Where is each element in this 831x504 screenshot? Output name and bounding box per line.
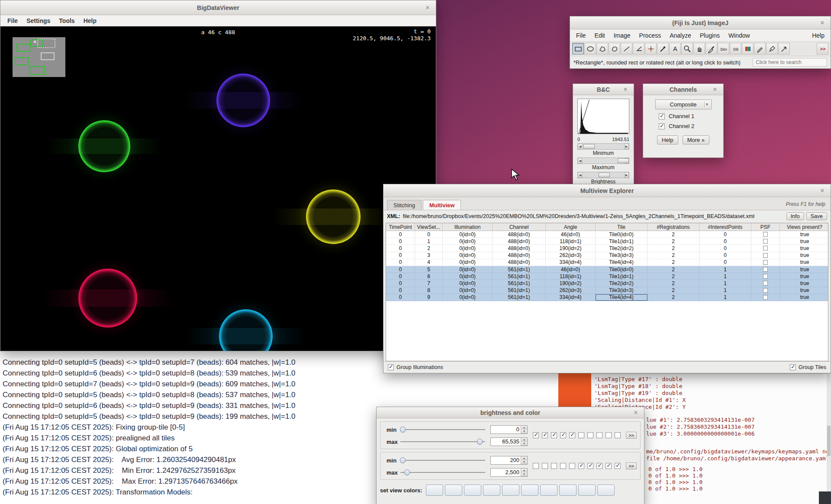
bdv-menu-settings[interactable]: Settings bbox=[22, 16, 55, 25]
brightness-titlebar[interactable]: brightness and color × bbox=[377, 407, 644, 418]
table-row[interactable]: 020(id=0)488(id=0)190(id=2)Tile2(id=2)20… bbox=[386, 245, 828, 252]
search-input[interactable] bbox=[753, 58, 827, 67]
view-checkbox-3[interactable] bbox=[560, 463, 566, 469]
spinner-down-icon[interactable]: ▼ bbox=[521, 460, 527, 464]
more-button[interactable]: More » bbox=[683, 135, 709, 144]
help-button[interactable]: Help bbox=[657, 135, 678, 144]
spinner-down-icon[interactable]: ▼ bbox=[521, 472, 527, 476]
oval-tool-icon[interactable] bbox=[584, 43, 596, 55]
view-checkbox-7[interactable] bbox=[596, 463, 602, 469]
psf-checkbox[interactable] bbox=[763, 295, 768, 300]
view-checkbox-2[interactable] bbox=[551, 432, 557, 438]
spinner-down-icon[interactable]: ▼ bbox=[521, 442, 527, 446]
arrow-right-icon[interactable]: ▶ bbox=[624, 144, 629, 149]
psf-checkbox[interactable] bbox=[763, 260, 768, 265]
table-row[interactable]: 030(id=0)488(id=0)262(id=3)Tile3(id=3)20… bbox=[386, 252, 828, 259]
view-color-button-7[interactable] bbox=[559, 485, 577, 496]
view-checkbox-1[interactable] bbox=[542, 432, 548, 438]
close-icon[interactable]: × bbox=[818, 19, 827, 27]
column-header-psf[interactable]: PSF bbox=[751, 223, 780, 231]
view-checkbox-7[interactable] bbox=[596, 432, 602, 438]
min-spinner[interactable]: 200▲▼ bbox=[490, 456, 528, 465]
slider-thumb[interactable] bbox=[404, 469, 410, 475]
column-header-angle[interactable]: Angle bbox=[546, 223, 596, 231]
column-header-channel[interactable]: Channel bbox=[493, 223, 546, 231]
line-tool-icon[interactable] bbox=[621, 43, 632, 55]
column-header-viewspresent[interactable]: Views present? bbox=[780, 223, 828, 231]
lut-tool-icon[interactable] bbox=[742, 43, 754, 55]
view-checkbox-9[interactable] bbox=[615, 432, 621, 438]
spinner-arrows[interactable]: ▲▼ bbox=[521, 426, 527, 433]
psf-checkbox[interactable] bbox=[763, 232, 768, 237]
max-slider[interactable] bbox=[400, 438, 485, 445]
spinner-up-icon[interactable]: ▲ bbox=[521, 469, 527, 472]
polygon-tool-icon[interactable] bbox=[596, 43, 608, 55]
channel-2-checkbox[interactable] bbox=[659, 123, 665, 129]
mv-titlebar[interactable]: Multiview Explorer × bbox=[383, 184, 831, 197]
menu-edit[interactable]: Edit bbox=[590, 31, 609, 40]
menu-window[interactable]: Window bbox=[724, 31, 754, 40]
column-header-interestpoints[interactable]: #InterestPoints bbox=[699, 223, 751, 231]
view-checkbox-4[interactable] bbox=[569, 463, 575, 469]
wand-tool-icon[interactable] bbox=[657, 43, 669, 55]
arrow-right-icon[interactable]: ▶ bbox=[624, 172, 629, 178]
column-header-timepoint[interactable]: TimePoint bbox=[386, 223, 415, 231]
tab-multiview[interactable]: Multiview bbox=[423, 200, 461, 210]
psf-checkbox[interactable] bbox=[763, 246, 768, 250]
column-header-viewset[interactable]: ViewSet... bbox=[415, 223, 443, 231]
psf-checkbox[interactable] bbox=[763, 281, 768, 286]
bc-titlebar[interactable]: B&C × bbox=[573, 84, 634, 95]
arrow-left-icon[interactable]: ◀ bbox=[578, 144, 583, 149]
view-checkbox-3[interactable] bbox=[560, 432, 566, 438]
view-checkbox-0[interactable] bbox=[533, 463, 539, 469]
close-icon[interactable]: × bbox=[621, 85, 630, 94]
save-button[interactable]: Save bbox=[806, 212, 828, 220]
bdv-menu-file[interactable]: File bbox=[3, 16, 22, 25]
slider-thumb[interactable] bbox=[400, 457, 406, 463]
angle-tool-icon[interactable] bbox=[633, 43, 644, 55]
psf-checkbox[interactable] bbox=[763, 253, 768, 258]
slider-thumb[interactable] bbox=[400, 427, 406, 433]
view-checkbox-8[interactable] bbox=[606, 432, 612, 438]
close-icon[interactable]: × bbox=[818, 186, 827, 195]
arrow-left-icon[interactable]: ◀ bbox=[578, 172, 583, 178]
view-color-button-3[interactable] bbox=[483, 485, 500, 496]
max-spinner[interactable]: 2,500▲▼ bbox=[490, 468, 528, 477]
freehand-tool-icon[interactable] bbox=[609, 43, 620, 55]
view-color-button-4[interactable] bbox=[502, 485, 519, 496]
spinner-down-icon[interactable]: ▼ bbox=[521, 430, 527, 433]
advanced-button[interactable]: >> bbox=[626, 462, 637, 469]
table-row[interactable]: 090(id=0)561(id=1)334(id=4)Tile4(id=4)21… bbox=[386, 294, 828, 301]
view-color-button-0[interactable] bbox=[426, 485, 443, 496]
column-header-tile[interactable]: Tile bbox=[596, 223, 647, 231]
psf-checkbox[interactable] bbox=[763, 239, 768, 244]
table-row[interactable]: 070(id=0)561(id=1)190(id=2)Tile2(id=2)21… bbox=[386, 280, 828, 287]
max-spinner[interactable]: 65,535▲▼ bbox=[490, 437, 528, 446]
view-color-button-6[interactable] bbox=[540, 485, 557, 496]
more-tool-icon[interactable]: >> bbox=[817, 43, 828, 55]
point-tool-icon[interactable] bbox=[645, 43, 657, 55]
view-checkbox-6[interactable] bbox=[587, 432, 593, 438]
text-tool-icon[interactable]: A bbox=[669, 43, 681, 55]
menu-process[interactable]: Process bbox=[635, 31, 666, 40]
dev-tool-icon[interactable]: Dev bbox=[718, 43, 729, 55]
view-checkbox-0[interactable] bbox=[533, 432, 539, 438]
bdv-titlebar[interactable]: BigDataViewer × bbox=[0, 0, 436, 15]
tab-stitching[interactable]: Stitching bbox=[387, 200, 422, 210]
zoom-tool-icon[interactable] bbox=[681, 43, 693, 55]
view-checkbox-1[interactable] bbox=[542, 463, 548, 469]
menu-file[interactable]: File bbox=[572, 31, 590, 40]
slider-thumb[interactable] bbox=[477, 439, 483, 445]
terminal-scrollbar[interactable] bbox=[827, 374, 831, 504]
table-row[interactable]: 000(id=0)488(id=0)46(id=0)Tile0(id=0)20t… bbox=[386, 231, 828, 238]
view-checkbox-9[interactable] bbox=[615, 463, 621, 469]
imagej-titlebar[interactable]: (Fiji Is Just) ImageJ × bbox=[570, 16, 831, 29]
rectangle-tool-icon[interactable] bbox=[572, 43, 584, 55]
composite-mode-dropdown[interactable]: Composite ▼ bbox=[655, 100, 712, 109]
min-slider[interactable] bbox=[400, 426, 485, 433]
channel-1-checkbox[interactable] bbox=[659, 113, 665, 119]
view-checkbox-6[interactable] bbox=[587, 463, 593, 469]
slider-thumb[interactable] bbox=[583, 144, 595, 149]
advanced-button[interactable]: >> bbox=[626, 432, 637, 439]
max-slider[interactable] bbox=[400, 469, 485, 476]
